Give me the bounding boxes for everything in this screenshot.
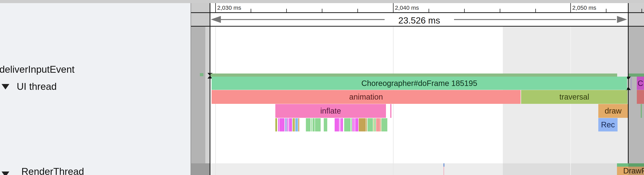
ruler-minor-tick [464,9,465,12]
timeline-sliver[interactable] [275,118,277,132]
sidebar-item-deliverinputevent[interactable]: deliverInputEvent [0,64,74,75]
timeline-sliver[interactable] [298,118,299,132]
timeline-sliver[interactable] [366,118,367,132]
slice-label: inflate [320,106,341,115]
timeline-sliver[interactable] [286,118,287,132]
timeline-sliver[interactable] [312,118,314,132]
timeline-sliver[interactable] [280,118,284,132]
collapse-arrow-icon[interactable] [2,172,9,175]
collapse-arrow-icon[interactable] [2,84,9,90]
slice-label: DrawF [617,166,644,175]
timeline-slice[interactable] [630,76,632,90]
timeline-sliver[interactable] [278,118,279,132]
ruler-row[interactable] [210,3,628,12]
timeline-sliver[interactable] [374,118,376,132]
timeline-sliver[interactable] [295,118,298,132]
timeline-sliver[interactable] [368,118,373,132]
timeline-sliver[interactable] [311,118,312,132]
timeline-slice[interactable]: Choreographer#doFrame 185195 [212,76,627,90]
timeline-slice[interactable] [637,90,644,104]
ui-thread-strip-slice[interactable] [629,74,644,76]
slice-label: Choreographer#doFrame 185195 [362,79,477,88]
timeline-sliver[interactable] [344,118,350,132]
timeline-slice[interactable]: inflate [275,104,386,118]
slice-label: C [638,79,643,88]
timeline-sliver[interactable] [315,118,321,132]
ruler-major-tick [393,3,394,12]
timeline-sliver[interactable] [380,118,381,132]
timeline-sliver[interactable] [351,118,352,132]
timeline-sliver[interactable] [359,118,366,132]
render-thread-strip-slice[interactable] [443,163,444,167]
track-gutter [191,3,210,26]
ui-thread-strip-slice[interactable] [210,74,617,76]
ruler-minor-tick [358,9,358,12]
ruler-tick-label: 2,050 ms [572,3,596,12]
measurement-arrow-right-icon [617,16,627,23]
timeline-sliver[interactable] [288,118,288,132]
ruler-minor-tick [322,9,322,12]
timeline-sliver[interactable] [306,118,310,132]
ruler-minor-tick [286,9,287,12]
slice-label: Rec [601,120,615,129]
render-thread-strip-slice[interactable] [617,163,628,167]
timeline-slice[interactable]: Rec [598,118,618,132]
timeline-sliver[interactable] [294,118,295,132]
ruler-minor-tick [428,9,429,12]
ruler-tick-label: 2,030 ms [217,3,241,12]
measurement-arrow-left-icon [211,16,221,23]
timeline-slice[interactable] [390,104,392,118]
ruler-minor-tick [606,9,606,12]
track-gutter-inner [205,26,210,163]
sidebar-item-ui-thread[interactable]: UI thread [17,81,57,92]
slice-label: draw [605,106,622,115]
measurement-arrow-shaft [221,19,384,20]
ruler-minor-tick [500,9,500,12]
ruler-tick-label: 2,040 ms [395,3,419,12]
timeline-sliver[interactable] [293,118,294,132]
gutter-track-marker [200,73,204,76]
timeline-sliver[interactable] [376,118,380,132]
trace-viewer-window: 2,030 ms2,040 ms2,050 ms Choreographer#d… [0,0,644,175]
ruler-minor-tick [251,9,251,12]
timeline-sliver[interactable] [382,118,387,132]
ruler-major-tick [215,3,216,12]
sidebar-item-render-thread[interactable]: RenderThread [22,166,84,175]
selection-line-left[interactable] [210,3,210,175]
timeline-sliver[interactable] [324,118,327,132]
timeline-sliver[interactable] [341,118,343,132]
timeline-slice[interactable]: traversal [521,90,628,104]
timeline-slice[interactable]: animation [212,90,520,104]
render-thread-row-band [503,163,628,175]
slice-label: animation [349,92,383,101]
top-strip [0,0,644,3]
timeline-sliver[interactable] [355,118,358,132]
timeline-slice[interactable]: draw [598,104,628,118]
timeline-sliver[interactable] [285,118,286,132]
slice-label: traversal [560,92,589,101]
track-gutter-bottom [191,163,210,175]
measurement-row-dimmed [628,13,644,26]
ruler-minor-tick [535,9,536,12]
render-thread-row[interactable] [210,163,503,175]
timeline-sliver[interactable] [289,118,292,132]
measurement-arrow-shaft [454,19,616,20]
timeline-slice[interactable]: C [637,76,644,90]
timeline-sliver[interactable] [340,118,340,132]
render-thread-strip-slice[interactable] [628,163,644,167]
timeline-sliver[interactable] [352,118,354,132]
timeline-sliver[interactable] [354,118,355,132]
render-thread-slice[interactable]: DrawF [617,167,628,175]
timeline-slice[interactable] [641,104,642,118]
timeline-sliver[interactable] [374,118,374,132]
render-thread-slice[interactable] [444,167,444,175]
ruler-major-tick [570,3,571,12]
ruler-minor-tick [642,9,642,12]
measurement-label: 23.526 ms [398,15,440,26]
timeline-sliver[interactable] [335,118,339,132]
